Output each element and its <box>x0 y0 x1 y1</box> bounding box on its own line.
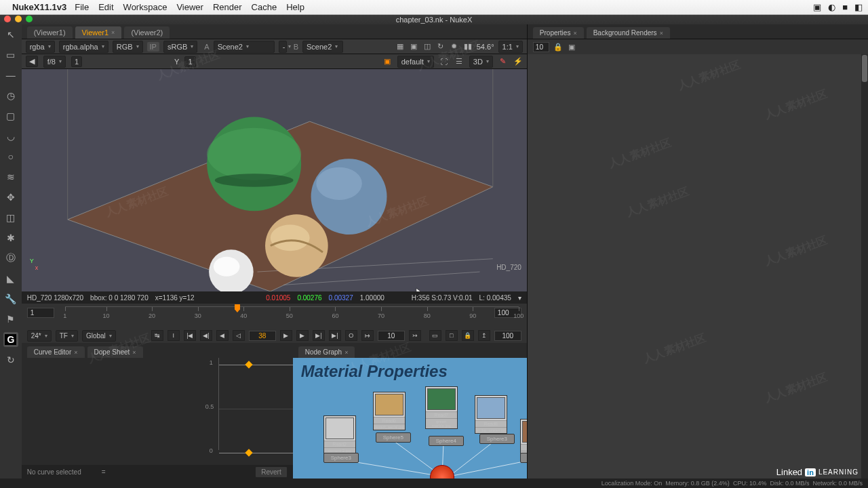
close-icon[interactable]: × <box>132 349 136 356</box>
close-icon[interactable]: × <box>111 29 115 36</box>
prev-button[interactable]: ◀ <box>26 56 38 67</box>
tab-viewer2[interactable]: (Viewer2) <box>124 26 170 39</box>
tray-icon[interactable]: ◐ <box>828 2 835 12</box>
export-icon[interactable]: ↥ <box>478 330 490 341</box>
i-button[interactable]: I <box>167 330 180 341</box>
tool-hemisphere-icon[interactable]: ◡ <box>3 129 18 144</box>
step-right-icon[interactable]: ↣ <box>409 330 421 341</box>
yval-input[interactable]: 1 <box>184 56 195 67</box>
tool-layers-icon[interactable]: ≋ <box>3 169 18 184</box>
tab-bg-renders[interactable]: Background Renders× <box>587 27 670 39</box>
ip-toggle[interactable]: IP <box>147 42 159 52</box>
timeline-in[interactable]: 1 <box>27 308 54 318</box>
pause-icon[interactable]: ▮▮ <box>463 42 473 52</box>
tray-icon[interactable]: ▣ <box>813 2 821 12</box>
step-icon[interactable]: ↦ <box>361 330 374 341</box>
key-icon[interactable] <box>245 361 252 368</box>
menu-render[interactable]: Render <box>213 2 242 12</box>
fval-input[interactable]: 1 <box>71 56 82 67</box>
sphere-node[interactable]: Sphere3 <box>323 453 359 463</box>
timeline-ruler[interactable]: 1102030405060708090100 <box>65 306 519 323</box>
view-mode-select[interactable]: 3D <box>469 56 493 68</box>
loop-button[interactable]: ▭ <box>429 330 441 341</box>
app-name[interactable]: NukeX11.1v3 <box>12 2 66 12</box>
read-node[interactable]: Read9stone 2.jpg <box>520 419 527 458</box>
menu-help[interactable]: Help <box>286 2 304 12</box>
gear-icon[interactable]: ✹ <box>450 42 459 52</box>
last-button[interactable]: ▶| <box>329 330 341 341</box>
tray-icon[interactable]: ◧ <box>854 2 863 12</box>
clip-icon[interactable]: ◫ <box>422 42 432 52</box>
tool-refresh-icon[interactable]: ↻ <box>3 352 18 367</box>
tab-dope-sheet[interactable]: Dope Sheet× <box>87 346 143 358</box>
tool-circle-icon[interactable]: ○ <box>3 149 18 164</box>
tool-g-icon[interactable]: G <box>3 332 18 347</box>
tool-wrench-icon[interactable]: 🔧 <box>3 291 18 306</box>
a-blend-select[interactable]: - <box>279 41 287 53</box>
maximize-icon[interactable] <box>26 16 33 22</box>
list-icon[interactable]: ☰ <box>454 57 464 66</box>
scrollbar[interactable] <box>861 54 868 479</box>
max-panels-input[interactable] <box>533 42 549 52</box>
out-frame[interactable]: 100 <box>494 331 521 341</box>
tool-square-icon[interactable]: ▢ <box>3 108 18 123</box>
menu-file[interactable]: File <box>75 2 89 12</box>
tool-tag-icon[interactable]: ◣ <box>3 271 18 286</box>
viewport-3d[interactable]: Yx HD_720 <box>22 69 527 291</box>
node-graph-view[interactable]: Material Properties Read2cement 2.jpgRea… <box>293 358 527 479</box>
tool-rect-icon[interactable]: ▭ <box>3 47 18 62</box>
revert-button[interactable]: Revert <box>255 466 287 478</box>
timeline[interactable]: 1 100 1102030405060708090100 <box>22 304 527 328</box>
properties-body[interactable] <box>528 54 868 479</box>
b-input-select[interactable]: Scene2 <box>302 41 343 53</box>
step-fwd-button[interactable]: ▶ <box>296 330 309 341</box>
menu-workspace[interactable]: Workspace <box>123 2 167 12</box>
first-button[interactable]: |◀ <box>184 330 196 341</box>
tab-properties[interactable]: Properties× <box>533 27 584 39</box>
menu-cache[interactable]: Cache <box>252 2 277 12</box>
tool-snow-icon[interactable]: ✱ <box>3 230 18 245</box>
srgb-select[interactable]: sRGB <box>163 41 197 53</box>
read-node[interactable]: Read8st_bg_ocean.cir <box>475 395 507 434</box>
step-input[interactable]: 10 <box>378 331 405 341</box>
read-node[interactable]: Read6desert_aerial.jpg <box>373 392 406 430</box>
tray-icon[interactable]: ■ <box>842 2 848 12</box>
tool-select-icon[interactable]: ↖ <box>3 27 18 42</box>
menu-viewer[interactable]: Viewer <box>176 2 203 12</box>
alpha-select[interactable]: rgba.alpha <box>59 41 108 53</box>
zoom-ratio[interactable]: 1:1 <box>498 41 523 53</box>
curve-view[interactable]: 1 0.5 0 <box>22 358 293 465</box>
a-input-select[interactable]: Scene2 <box>214 41 275 53</box>
close-icon[interactable]: × <box>344 349 348 356</box>
sphere-node[interactable]: Sphere5 <box>376 432 411 443</box>
read-node[interactable]: Read2cement 2.jpg <box>323 415 356 454</box>
key-icon[interactable] <box>245 449 252 456</box>
tool-line-icon[interactable]: — <box>3 68 18 83</box>
axis-gizmo[interactable]: Yx <box>30 258 39 271</box>
tf-select[interactable]: TF <box>56 330 78 342</box>
tab-node-graph[interactable]: Node Graph× <box>298 346 355 358</box>
close-icon[interactable]: × <box>74 349 77 356</box>
next-key-button[interactable]: ▶| <box>313 330 325 341</box>
close-icon[interactable] <box>4 16 11 22</box>
camera-icon[interactable]: ▣ <box>382 57 392 66</box>
playhead-icon[interactable] <box>235 304 240 312</box>
lock-icon[interactable]: 🔒 <box>462 330 474 341</box>
tool-d-icon[interactable]: Ⓓ <box>3 251 18 266</box>
current-frame-input[interactable] <box>249 331 276 341</box>
tool-cube-icon[interactable]: ◫ <box>3 210 18 225</box>
fstop-select[interactable]: f/8 <box>43 56 66 68</box>
lock-icon[interactable]: 🔒 <box>553 42 563 52</box>
sphere-node[interactable]: Card1 <box>520 453 527 463</box>
colorspace-select[interactable]: RGB <box>113 41 143 53</box>
refresh-icon[interactable]: ↻ <box>436 42 446 52</box>
tool-move-icon[interactable]: ✥ <box>3 190 18 205</box>
prev-key-button[interactable]: ◀| <box>200 330 212 341</box>
record-icon[interactable]: ✎ <box>498 57 508 66</box>
play-back-button[interactable]: ◁ <box>233 330 245 341</box>
tool-clock-icon[interactable]: ◷ <box>3 88 18 103</box>
lightning-icon[interactable]: ⚡ <box>513 57 523 66</box>
overlay-icon[interactable]: ▣ <box>409 42 418 52</box>
fps-select[interactable]: 24* <box>27 330 52 342</box>
scope-select[interactable]: Global <box>82 330 116 342</box>
